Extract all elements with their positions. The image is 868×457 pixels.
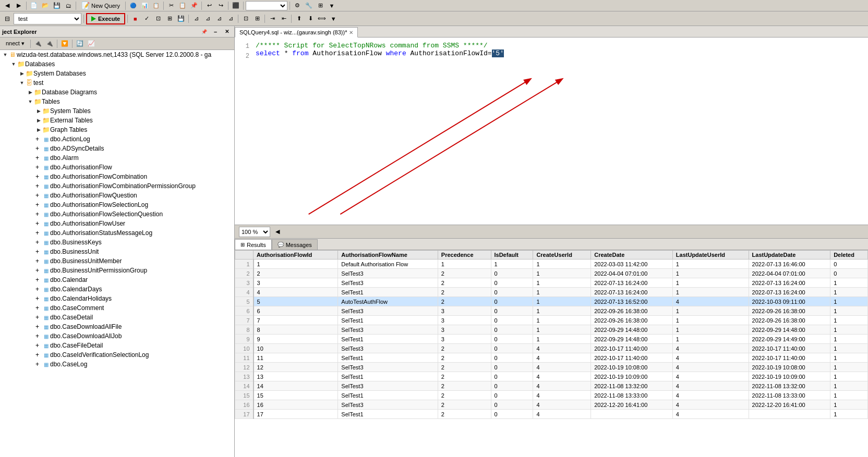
save-icon[interactable]: 💾 bbox=[52, 1, 62, 11]
sort3-icon[interactable]: ⟺ bbox=[317, 14, 327, 24]
indent2-icon[interactable]: ⇤ bbox=[279, 14, 289, 24]
format-icon[interactable]: ⊡ bbox=[240, 14, 251, 24]
tree-table-item[interactable]: +▦dbo.CaseLog bbox=[0, 360, 234, 369]
options-icon[interactable]: 🔧 bbox=[304, 1, 314, 11]
messages-tab[interactable]: 💬 Messages bbox=[272, 239, 318, 250]
tree-table-item[interactable]: +▦dbo.AuthorisationFlowSelectionQuestion bbox=[0, 209, 234, 219]
stop-icon[interactable]: ■ bbox=[130, 14, 140, 24]
tree-server[interactable]: ▼ 🖥 wizuda-test.database.windows.net,143… bbox=[0, 50, 234, 59]
tree-table-item[interactable]: +▦dbo.BusinessKeys bbox=[0, 238, 234, 247]
tree-table-item[interactable]: +▦dbo.CaseDetail bbox=[0, 313, 234, 322]
icon2[interactable]: 📊 bbox=[139, 1, 150, 11]
new-file-icon[interactable]: 📄 bbox=[29, 1, 39, 11]
tree-table-item[interactable]: +▦dbo.CaseIdVerificationSelectionLog bbox=[0, 350, 234, 360]
tree-table-item[interactable]: +▦dbo.CaseDownloadAllFile bbox=[0, 322, 234, 331]
tree-table-item[interactable]: +▦dbo.Alarm bbox=[0, 153, 234, 163]
tree-test-db[interactable]: ▼ 🗄 test bbox=[0, 78, 234, 88]
oe-filter-icon[interactable]: 🔽 bbox=[59, 39, 70, 49]
tab-close-icon[interactable]: ✕ bbox=[349, 30, 353, 35]
tree-table-item[interactable]: +▦dbo.AuthorisationFlowSelectionLog bbox=[0, 200, 234, 209]
tree-graph-tables[interactable]: ▶ 📁 Graph Tables bbox=[0, 125, 234, 134]
filter-icon[interactable]: ⊟ bbox=[2, 14, 13, 24]
forward-btn[interactable]: ▶ bbox=[14, 1, 24, 11]
tree-table-item[interactable]: +▦dbo.ActionLog bbox=[0, 134, 234, 144]
debug2-icon[interactable]: ⊿ bbox=[202, 14, 213, 24]
tree-external-tables[interactable]: ▶ 📁 External Tables bbox=[0, 116, 234, 125]
table-row[interactable]: 66SelTest33012022-09-26 16:38:0012022-09… bbox=[235, 306, 868, 316]
pin-icon[interactable]: 📌 bbox=[199, 27, 209, 37]
query-tab-active[interactable]: SQLQuery4.sql - wiz...(gaurav.singh (83)… bbox=[235, 27, 358, 38]
open-icon[interactable]: 📂 bbox=[40, 1, 51, 11]
tree-table-item[interactable]: +▦dbo.CaseComment bbox=[0, 303, 234, 313]
save2-icon[interactable]: 💾 bbox=[176, 14, 186, 24]
misc1[interactable]: ⬛ bbox=[231, 1, 241, 11]
results-icon[interactable]: ⊞ bbox=[164, 14, 175, 24]
col-deleted[interactable]: Deleted bbox=[830, 251, 868, 260]
connect-button[interactable]: nnect ▾ bbox=[2, 39, 28, 49]
database-selector[interactable]: test bbox=[14, 13, 81, 24]
cut-icon[interactable]: ✂ bbox=[166, 1, 176, 11]
execute-button[interactable]: Execute bbox=[86, 13, 125, 24]
tree-table-item[interactable]: +▦dbo.AuthorisationFlowUser bbox=[0, 219, 234, 228]
back-btn[interactable]: ◀ bbox=[2, 1, 13, 11]
indent1-icon[interactable]: ⇥ bbox=[267, 14, 278, 24]
code-content[interactable]: /***** Script for SelectTopNRows command… bbox=[256, 42, 864, 61]
results-grid[interactable]: AuthorisationFlowId AuthorisationFlowNam… bbox=[235, 250, 868, 457]
col-isdefault[interactable]: IsDefault bbox=[491, 251, 533, 260]
col-flow-id[interactable]: AuthorisationFlowId bbox=[254, 251, 338, 260]
table-row[interactable]: 11Default Authorisation Flow1112022-03-0… bbox=[235, 260, 868, 269]
table-row[interactable]: 1111SelTest12042022-10-17 11:40:0042022-… bbox=[235, 353, 868, 363]
tree-tables-folder[interactable]: ▼ 📁 Tables bbox=[0, 97, 234, 106]
col-lastupdate-date[interactable]: LastUpdateDate bbox=[749, 251, 830, 260]
table-row[interactable]: 1313SelTest12042022-10-19 10:09:0042022-… bbox=[235, 372, 868, 381]
col-precedence[interactable]: Precedence bbox=[438, 251, 491, 260]
sort4-icon[interactable]: ▼ bbox=[328, 14, 339, 24]
table-row[interactable]: 77SelTest13012022-09-26 16:38:0012022-09… bbox=[235, 316, 868, 325]
tree-table-item[interactable]: +▦dbo.CaseDownloadAllJob bbox=[0, 331, 234, 341]
header-pin-icon[interactable]: – bbox=[210, 27, 221, 37]
tree-table-item[interactable]: +▦dbo.AuthorisationFlowCombinationPermis… bbox=[0, 181, 234, 191]
table-row[interactable]: 1414SelTest32042022-11-08 13:32:0042022-… bbox=[235, 381, 868, 391]
new-query-button[interactable]: 📝 New Query bbox=[78, 1, 123, 11]
table-row[interactable]: 44SelTest12012022-07-13 16:24:0012022-07… bbox=[235, 288, 868, 297]
redo-icon[interactable]: ↪ bbox=[215, 1, 226, 11]
undo-icon[interactable]: ↩ bbox=[204, 1, 214, 11]
parse-icon[interactable]: ⊡ bbox=[153, 14, 163, 24]
table-row[interactable]: 1717SelTest120441 bbox=[235, 410, 868, 419]
query-editor[interactable]: 1 2 /***** Script for SelectTopNRows com… bbox=[235, 38, 868, 225]
col-create-user[interactable]: CreateUserId bbox=[533, 251, 591, 260]
table-row[interactable]: 1616SelTest32042022-12-20 16:41:0042022-… bbox=[235, 400, 868, 410]
icon1[interactable]: 🔵 bbox=[128, 1, 138, 11]
tree-table-item[interactable]: +▦dbo.Calendar bbox=[0, 275, 234, 285]
settings-icon[interactable]: ⚙ bbox=[292, 1, 303, 11]
tree-table-item[interactable]: +▦dbo.AuthorisationFlowQuestion bbox=[0, 191, 234, 200]
close-panel-icon[interactable]: ✕ bbox=[222, 27, 232, 37]
tree-table-item[interactable]: +▦dbo.ADSyncDetails bbox=[0, 144, 234, 153]
tree-system-databases[interactable]: ▶ 📁 System Databases bbox=[0, 69, 234, 78]
oe-stats-icon[interactable]: 📈 bbox=[86, 39, 97, 49]
table-row[interactable]: 99SelTest13012022-09-29 14:48:0012022-09… bbox=[235, 335, 868, 344]
tree-system-tables[interactable]: ▶ 📁 System Tables bbox=[0, 106, 234, 116]
more-icon[interactable]: ▼ bbox=[327, 1, 337, 11]
oe-refresh-icon[interactable]: 🔄 bbox=[75, 39, 85, 49]
table-row[interactable]: 22SelTest32012022-04-04 07:01:0012022-04… bbox=[235, 269, 868, 278]
paste-icon[interactable]: 📌 bbox=[189, 1, 199, 11]
col-lastupdate-user[interactable]: LastUpdateUserId bbox=[672, 251, 749, 260]
col-flow-name[interactable]: AuthorisationFlowName bbox=[338, 251, 438, 260]
sort1-icon[interactable]: ⬆ bbox=[294, 14, 304, 24]
table-row[interactable]: 1212SelTest32042022-10-19 10:08:0042022-… bbox=[235, 363, 868, 372]
table-row[interactable]: 88SelTest33012022-09-29 14:48:0012022-09… bbox=[235, 325, 868, 335]
col-create-date[interactable]: CreateDate bbox=[591, 251, 673, 260]
zoom-selector[interactable]: 100 % bbox=[239, 227, 270, 237]
debug4-icon[interactable]: ⊿ bbox=[225, 14, 236, 24]
tree-db-diagrams[interactable]: ▶ 📁 Database Diagrams bbox=[0, 88, 234, 97]
oe-icon1[interactable]: 🔌 bbox=[33, 39, 43, 49]
toolbar-dropdown[interactable] bbox=[246, 1, 287, 10]
tree-table-item[interactable]: +▦dbo.AuthorisationFlowCombination bbox=[0, 172, 234, 181]
check-icon[interactable]: ✓ bbox=[141, 14, 152, 24]
table-row[interactable]: 1010SelTest32042022-10-17 11:40:0042022-… bbox=[235, 344, 868, 353]
grid2-icon[interactable]: ⊞ bbox=[252, 14, 262, 24]
tree-table-item[interactable]: +▦dbo.CalendarHolidays bbox=[0, 294, 234, 303]
icon3[interactable]: 📋 bbox=[151, 1, 161, 11]
table-row[interactable]: 55AutoTestAuthFlow2012022-07-13 16:52:00… bbox=[235, 297, 868, 306]
